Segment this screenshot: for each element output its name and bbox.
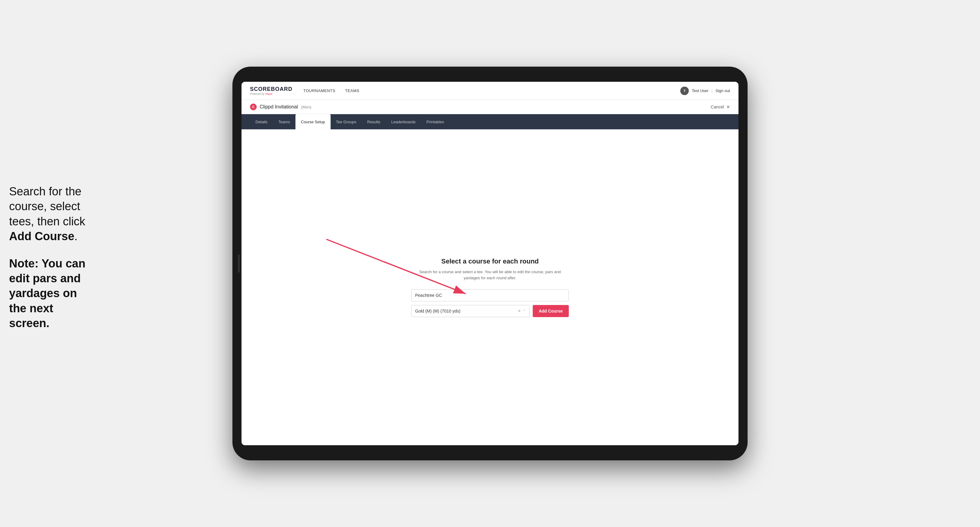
pipe: |	[711, 89, 713, 93]
section-description: Search for a course and select a tee. Yo…	[411, 269, 569, 281]
tournament-name: Clippd Invitational (Men)	[260, 104, 312, 110]
tab-course-setup[interactable]: Course Setup	[296, 114, 331, 129]
tab-teams[interactable]: Teams	[273, 114, 296, 129]
section-title: Select a course for each round	[441, 257, 539, 265]
tournament-gender: (Men)	[301, 105, 312, 110]
tab-printables-label: Printables	[426, 120, 444, 124]
course-select-container: Select a course for each round Search fo…	[411, 257, 569, 317]
tournament-title: Clippd Invitational	[260, 104, 298, 110]
tee-select-row: Gold (M) (M) (7010 yds) × ⌃ Add Course	[411, 305, 569, 317]
topnav-links: TOURNAMENTS TEAMS	[303, 89, 680, 93]
tab-teams-label: Teams	[278, 120, 290, 124]
tab-printables[interactable]: Printables	[421, 114, 449, 129]
nav-teams[interactable]: TEAMS	[345, 89, 360, 93]
tournament-icon: C	[250, 103, 257, 110]
powered-by-text: Powered by clippd	[250, 92, 293, 95]
user-label: Test User	[692, 89, 708, 93]
tee-select-controls: × ⌃	[518, 309, 525, 313]
instruction-panel: Search for the course, select tees, then…	[9, 184, 94, 343]
main-content: Select a course for each round Search fo…	[242, 129, 738, 445]
sign-out-link[interactable]: Sign out	[716, 89, 730, 93]
topnav: SCOREBOARD Powered by clippd TOURNAMENTS…	[242, 82, 738, 100]
logo-text: SCOREBOARD	[250, 86, 293, 92]
instruction-text: Search for the course, select tees, then…	[9, 184, 94, 244]
tablet-screen: SCOREBOARD Powered by clippd TOURNAMENTS…	[242, 82, 738, 445]
tee-clear-icon[interactable]: ×	[518, 309, 520, 313]
cancel-button[interactable]: Cancel ✕	[710, 105, 730, 110]
tee-select-wrapper[interactable]: Gold (M) (M) (7010 yds) × ⌃	[411, 305, 530, 317]
tab-tee-groups[interactable]: Tee Groups	[331, 114, 362, 129]
tab-details-label: Details	[255, 120, 267, 124]
course-search-input[interactable]	[411, 289, 569, 302]
tournament-header: C Clippd Invitational (Men) Cancel ✕	[242, 100, 738, 114]
tab-leaderboards-label: Leaderboards	[391, 120, 415, 124]
brand-name: clippd	[265, 92, 272, 95]
nav-tournaments[interactable]: TOURNAMENTS	[303, 89, 336, 93]
tab-results-label: Results	[367, 120, 380, 124]
tab-course-setup-label: Course Setup	[301, 120, 325, 124]
topnav-right: T Test User | Sign out	[680, 87, 730, 95]
tablet-device: SCOREBOARD Powered by clippd TOURNAMENTS…	[232, 67, 748, 460]
note-text: Note: You can edit pars and yardages on …	[9, 256, 94, 331]
add-course-button[interactable]: Add Course	[533, 305, 569, 317]
tee-select-text: Gold (M) (M) (7010 yds)	[415, 309, 518, 313]
tab-details[interactable]: Details	[250, 114, 273, 129]
tab-tee-groups-label: Tee Groups	[336, 120, 356, 124]
user-avatar: T	[680, 87, 689, 95]
tee-chevron-icon[interactable]: ⌃	[523, 309, 526, 313]
cancel-label: Cancel	[711, 105, 724, 110]
tab-navigation: Details Teams Course Setup Tee Groups Re…	[242, 114, 738, 129]
tab-results[interactable]: Results	[362, 114, 386, 129]
instruction-bold: Add Course	[9, 230, 74, 243]
logo-area: SCOREBOARD Powered by clippd	[250, 86, 293, 95]
tab-leaderboards[interactable]: Leaderboards	[386, 114, 421, 129]
cancel-icon: ✕	[726, 105, 730, 110]
